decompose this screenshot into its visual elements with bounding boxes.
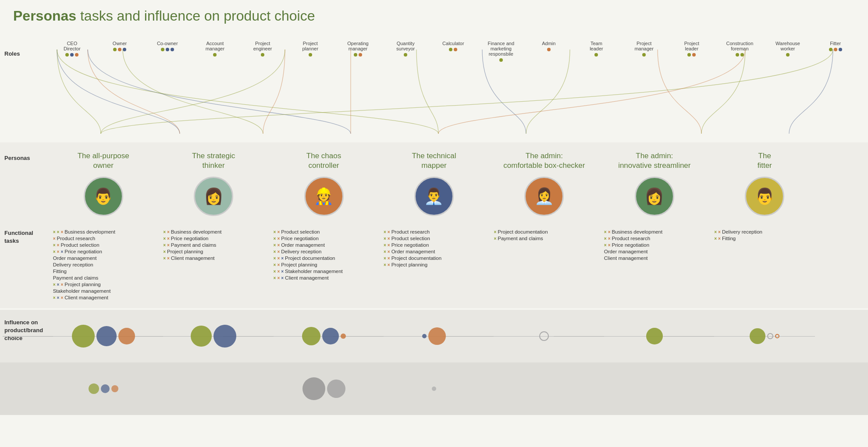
persona-col-adminbox: The admin: comfortable box-checker👩‍💼: [494, 151, 594, 220]
task-text: Project documentation: [391, 255, 441, 261]
task-marker: ×: [274, 269, 276, 274]
task-item: Fitting: [53, 269, 154, 274]
task-marker: ×: [60, 230, 63, 234]
task-marker: ×: [494, 236, 496, 241]
role-calc: Calculator: [440, 41, 466, 62]
task-text: Client management: [604, 255, 648, 261]
roles-label: Roles: [4, 50, 20, 57]
role-owner: Owner: [107, 41, 133, 62]
task-marker: ×: [277, 263, 280, 267]
bottom-col-technical: [384, 387, 484, 391]
dot-olive: [736, 53, 739, 57]
task-item: ×× Project planning: [384, 262, 484, 267]
task-marker: ×: [384, 256, 386, 261]
influence-bubble: [118, 328, 135, 344]
personas-grid: The all-purpose owner👨The strategic thin…: [0, 151, 868, 220]
persona-name-allpurpose: The all-purpose owner: [78, 151, 129, 172]
role-teamlead: Team leader: [583, 41, 609, 62]
persona-avatar-technical: 👨‍💼: [414, 177, 454, 216]
task-text: Payment and claims: [53, 275, 99, 280]
task-text: Client management: [171, 255, 215, 261]
role-projman: Project manager: [631, 41, 657, 62]
dot-orange: [547, 48, 551, 51]
task-text: Business development: [171, 229, 222, 234]
task-item: ×× Product selection: [274, 229, 374, 234]
influence-bubble: [646, 328, 663, 344]
bottom-row: [0, 362, 868, 415]
task-marker: ×: [274, 230, 276, 234]
persona-avatar-admininno: 👩: [635, 177, 674, 216]
task-item: Payment and claims: [53, 275, 154, 280]
task-marker: ×: [388, 263, 390, 267]
task-marker: ×: [388, 249, 390, 254]
task-item: ×× Delivery reception: [714, 229, 815, 234]
role-projlead: Project leader: [679, 41, 705, 62]
task-item: ×× Project documentation: [384, 255, 484, 261]
dot-orange: [75, 53, 78, 57]
influence-bubble: [422, 334, 427, 338]
bottom-bubble: [432, 387, 436, 391]
role-ceo: CEO Director: [59, 41, 85, 62]
persona-avatar-chaos: 👷: [304, 177, 344, 216]
task-text: Client management: [285, 275, 329, 280]
task-marker: ×: [53, 295, 56, 300]
persona-col-fitter: The fitter👨: [714, 151, 815, 220]
task-marker: ×: [718, 236, 721, 241]
dot-blue: [70, 53, 74, 57]
task-item: ×× Product research: [604, 236, 705, 241]
task-text: Product research: [612, 236, 651, 241]
personas-section: Personas The all-purpose owner👨The strat…: [0, 142, 868, 225]
task-marker: ×: [163, 236, 166, 241]
task-marker: ×: [604, 243, 607, 248]
task-marker: ×: [608, 230, 611, 234]
task-marker: ×: [274, 243, 276, 248]
persona-name-admininno: The admin: innovative streamliner: [618, 151, 690, 172]
influence-bubble: [96, 326, 117, 346]
task-text: Order management: [281, 242, 325, 248]
task-marker: ×: [277, 243, 280, 248]
task-marker: ×: [277, 236, 280, 241]
task-item: ×× Product selection: [384, 236, 484, 241]
task-marker: ×: [608, 236, 611, 241]
task-item: ×× Price negotiation: [274, 236, 374, 241]
task-marker: ×: [57, 295, 60, 300]
influence-row: [0, 316, 868, 356]
task-marker: ×: [388, 230, 390, 234]
task-item: ××× Client management: [274, 275, 374, 280]
dot-olive: [404, 53, 407, 57]
bottom-section: [0, 362, 868, 415]
task-item: ××× Project documentation: [274, 255, 374, 261]
influence-section: Influence on product/brand choice: [0, 310, 868, 362]
influence-bubble: [213, 325, 236, 348]
task-marker: ×: [53, 236, 56, 241]
role-confore: Construction foreman: [726, 41, 754, 62]
dot-olive: [786, 53, 790, 57]
task-marker: ×: [167, 236, 170, 241]
task-marker: ×: [167, 243, 170, 248]
tasks-col-adminbox: × Project documentation× Payment and cla…: [494, 229, 594, 302]
dot-olive: [354, 53, 357, 57]
task-text: Project documentation: [285, 255, 335, 261]
influence-col-fitter: [714, 328, 815, 344]
bottom-bubble: [111, 385, 118, 392]
task-text: Business development: [64, 229, 115, 234]
bottom-bubble: [302, 377, 325, 400]
task-text: Payment and claims: [171, 242, 217, 248]
task-text: Project planning: [64, 282, 100, 287]
task-item: ××× Business development: [53, 229, 154, 234]
persona-col-strategic: The strategic thinker👩: [163, 151, 264, 220]
dot-olive: [113, 48, 117, 51]
task-marker: ×: [53, 243, 56, 248]
task-marker: ×: [604, 230, 607, 234]
task-text: Project planning: [167, 249, 203, 254]
task-marker: ×: [274, 236, 276, 241]
task-marker: ×: [384, 230, 386, 234]
task-item: × Project planning: [163, 249, 264, 254]
role-admin: Admin: [536, 41, 562, 62]
task-text: Product research: [57, 236, 96, 241]
dot-blue: [171, 48, 174, 51]
task-text: Project planning: [391, 262, 427, 267]
tasks-col-strategic: ×× Business development×× Price negotiat…: [163, 229, 264, 302]
task-marker: ×: [718, 230, 721, 234]
influence-bubble: [341, 333, 346, 339]
